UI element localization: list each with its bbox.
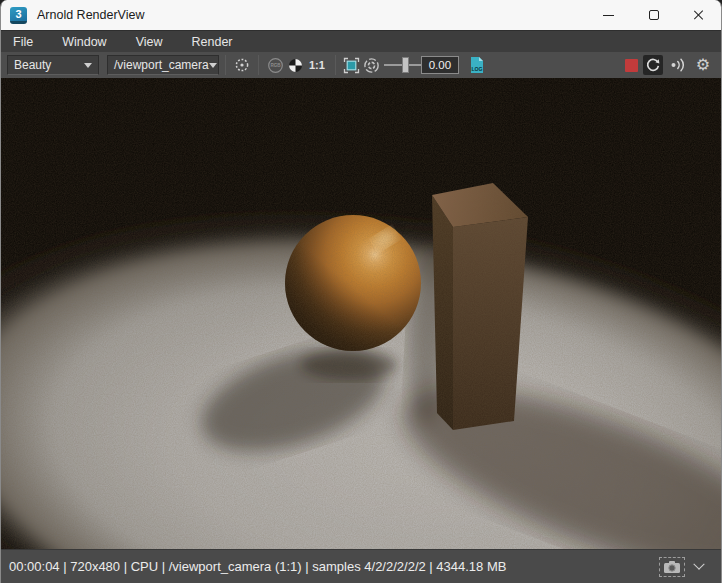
menu-bar: File Window View Render [1, 30, 721, 52]
exposure-value-input[interactable] [421, 56, 459, 74]
camera-select-value: /viewport_camera [114, 58, 209, 72]
maximize-button[interactable] [631, 0, 676, 30]
log-icon-label: LOG [471, 66, 482, 72]
ipr-update-button[interactable] [668, 55, 688, 75]
rgb-icon-label: RGB [270, 63, 281, 68]
window-title: Arnold RenderView [37, 8, 144, 22]
chevron-down-icon [84, 63, 92, 68]
snapshot-target-button[interactable] [232, 55, 252, 75]
broadcast-icon [669, 57, 687, 73]
toolbar-separator [335, 55, 336, 75]
rendered-scene [1, 78, 721, 549]
close-icon [693, 9, 705, 21]
restart-render-button[interactable] [643, 55, 663, 75]
exposure-slider-handle[interactable] [402, 57, 409, 73]
chevron-down-button[interactable] [693, 558, 704, 569]
refresh-icon [645, 57, 661, 73]
app-icon-text: 3 [15, 8, 21, 20]
exposure-toggle-button[interactable] [362, 55, 382, 75]
camera-icon [663, 560, 681, 574]
render-status-text: 00:00:04 | 720x480 | CPU | /viewport_cam… [9, 559, 506, 574]
title-bar: 3 Arnold RenderView [1, 0, 721, 30]
zoom-1to1-button[interactable]: 1:1 [309, 59, 325, 71]
log-file-icon: LOG [469, 56, 485, 74]
stop-render-button[interactable] [625, 59, 638, 72]
minimize-icon [603, 15, 614, 16]
menu-render[interactable]: Render [192, 35, 233, 49]
toolbar-separator [258, 55, 259, 75]
aperture-icon [363, 57, 380, 74]
toolbar: Beauty /viewport_camera RGB [1, 52, 721, 78]
window-controls [586, 0, 721, 30]
gear-icon: ⚙ [696, 57, 710, 73]
rgb-circle-icon: RGB [267, 57, 284, 74]
render-viewport[interactable] [1, 78, 721, 549]
region-frame-icon [343, 57, 360, 74]
snapshot-button[interactable] [659, 557, 685, 577]
aov-select-value: Beauty [14, 58, 51, 72]
rgb-channel-button[interactable]: RGB [265, 55, 285, 75]
menu-window[interactable]: Window [62, 35, 106, 49]
statusbar-right-group [659, 557, 713, 577]
checker-circle-icon [288, 58, 303, 73]
close-button[interactable] [676, 0, 721, 30]
status-bar: 00:00:04 | 720x480 | CPU | /viewport_cam… [1, 549, 721, 583]
exposure-slider[interactable] [384, 57, 409, 73]
alpha-display-button[interactable] [285, 55, 305, 75]
menu-view[interactable]: View [136, 35, 163, 49]
camera-select[interactable]: /viewport_camera [107, 55, 219, 75]
toolbar-separator [225, 55, 226, 75]
settings-button[interactable]: ⚙ [693, 55, 713, 75]
maximize-icon [649, 10, 659, 20]
menu-file[interactable]: File [13, 35, 33, 49]
chevron-down-icon [209, 63, 217, 68]
render-grain-overlay [1, 78, 721, 549]
arnold-renderview-window: 3 Arnold RenderView File Window View Ren… [0, 0, 722, 583]
dotted-circle-icon [234, 57, 250, 73]
aov-select[interactable]: Beauty [7, 55, 99, 75]
app-icon: 3 [10, 7, 27, 24]
toolbar-right-group: ⚙ [625, 55, 717, 75]
region-render-button[interactable] [342, 55, 362, 75]
log-window-button[interactable]: LOG [467, 55, 487, 75]
minimize-button[interactable] [586, 0, 631, 30]
